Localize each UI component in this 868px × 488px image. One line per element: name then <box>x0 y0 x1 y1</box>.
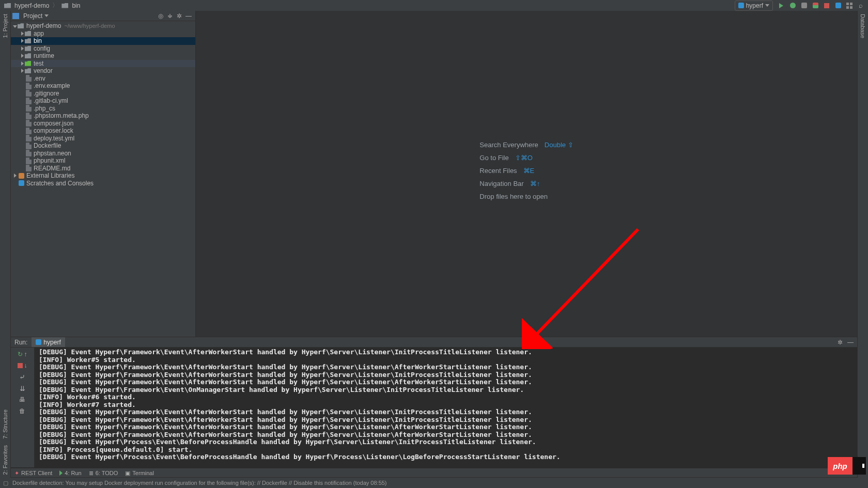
file-icon <box>25 135 33 141</box>
tree-file[interactable]: Dockerfile <box>10 142 195 150</box>
tree-folder-config[interactable]: config <box>10 45 195 53</box>
run-panel-hide-button[interactable]: — <box>845 338 856 347</box>
tree-item-label: .php_cs <box>34 105 55 112</box>
toggle-soft-wrap-button[interactable]: ⤶ <box>12 372 32 382</box>
tool-button-terminal[interactable]: ▣Terminal <box>125 470 154 477</box>
stop-process-button[interactable]: ↓ <box>12 361 32 370</box>
project-view-title[interactable]: Project <box>23 12 42 20</box>
tree-file[interactable]: phpunit.xml <box>10 157 195 165</box>
tree-item-label: .gitignore <box>34 90 59 97</box>
file-icon <box>25 150 33 156</box>
editor-area[interactable]: Search Everywhere Double ⇧ Go to File ⇧⌘… <box>196 11 858 337</box>
file-icon <box>25 128 33 134</box>
chevron-right-icon: 〉 <box>52 1 58 10</box>
file-icon <box>25 90 33 97</box>
folder-icon <box>25 68 33 73</box>
tree-folder-vendor[interactable]: vendor <box>10 67 195 75</box>
tree-root[interactable]: hyperf-demo~/www/hyperf-demo <box>10 22 195 30</box>
expand-all-button[interactable]: ≑ <box>165 11 175 21</box>
locate-file-button[interactable]: ◎ <box>156 11 165 21</box>
tool-tab-database[interactable]: Database <box>859 11 867 41</box>
project-panel-header: Project ◎ ≑ ✲ — <box>10 11 195 21</box>
tree-file[interactable]: .php_cs <box>10 105 195 113</box>
tool-button-run[interactable]: 4: Run <box>59 470 81 476</box>
folder-icon <box>25 53 33 58</box>
clear-all-button[interactable]: 🗑 <box>12 406 32 416</box>
bug-icon <box>790 3 796 8</box>
project-tree[interactable]: hyperf-demo~/www/hyperf-demoappbinconfig… <box>10 21 195 337</box>
play-icon <box>59 470 63 476</box>
tree-file[interactable]: phpstan.neon <box>10 150 195 158</box>
tool-button-todo[interactable]: ≣6: TODO <box>89 470 118 477</box>
tree-file[interactable]: deploy.test.yml <box>10 135 195 143</box>
run-panel-settings-button[interactable]: ✲ <box>835 338 845 347</box>
breadcrumb-item[interactable]: bin <box>72 2 80 9</box>
hint-recent-label: Recent Files <box>479 166 517 174</box>
tool-tab-favorites[interactable]: 2: Favorites <box>1 442 9 478</box>
tool-button-rest-client[interactable]: ✦REST Client <box>14 470 52 477</box>
chevron-down-icon[interactable] <box>44 14 49 17</box>
tree-file[interactable]: .gitlab-ci.yml <box>10 97 195 105</box>
search-everywhere-button[interactable]: ⌕ <box>856 1 866 10</box>
run-configuration-name: hyperf <box>746 2 763 9</box>
status-message[interactable]: Dockerfile detection: You may setup Dock… <box>12 480 387 486</box>
tree-item-label: runtime <box>34 52 54 59</box>
tree-item-label: hyperf-demo <box>26 22 61 29</box>
tree-scratches[interactable]: Scratches and Consoles <box>10 180 195 187</box>
coverage-icon <box>801 3 807 8</box>
tree-file[interactable]: .env <box>10 75 195 83</box>
file-icon <box>25 98 33 104</box>
debug-button[interactable] <box>787 1 798 10</box>
breadcrumb[interactable]: hyperf-demo 〉 bin <box>2 1 80 10</box>
tree-external-libraries[interactable]: External Libraries <box>10 172 195 180</box>
tree-folder-runtime[interactable]: runtime <box>10 52 195 60</box>
tree-file[interactable]: composer.json <box>10 120 195 128</box>
coverage-button[interactable] <box>799 1 809 10</box>
profile-button[interactable] <box>810 1 820 10</box>
tree-item-label: External Libraries <box>26 172 74 179</box>
breadcrumb-root[interactable]: hyperf-demo <box>14 2 49 9</box>
tree-item-label: Dockerfile <box>34 142 61 149</box>
stop-icon <box>18 363 23 368</box>
tree-file[interactable]: README.md <box>10 165 195 172</box>
vcs-icon <box>835 3 841 8</box>
run-tab-name: hyperf <box>43 339 60 346</box>
print-button[interactable]: 🖶 <box>12 395 32 404</box>
tool-windows-toggle-icon[interactable]: ▢ <box>3 480 8 486</box>
project-root-icon <box>18 23 25 28</box>
tool-tab-structure[interactable]: 7: Structure <box>1 406 9 442</box>
tree-item-label: README.md <box>34 165 70 172</box>
hide-panel-button[interactable]: — <box>184 11 193 21</box>
tool-tab-project[interactable]: 1: Project <box>1 11 9 41</box>
run-console-output[interactable]: [DEBUG] Event Hyperf\Framework\Event\Aft… <box>35 348 858 467</box>
run-button[interactable] <box>776 1 786 10</box>
play-icon <box>779 3 783 8</box>
tree-file[interactable]: .phpstorm.meta.php <box>10 112 195 120</box>
scratches-icon <box>18 180 25 186</box>
chevron-down-icon <box>765 4 769 7</box>
chevron-right-icon <box>20 67 25 74</box>
hint-nav-shortcut: ⌘↑ <box>530 179 540 187</box>
hint-goto-label: Go to File <box>479 153 508 161</box>
vcs-update-button[interactable] <box>833 1 843 10</box>
run-tab-active[interactable]: hyperf <box>32 337 65 347</box>
ide-settings-button[interactable] <box>844 1 855 10</box>
tree-folder-app[interactable]: app <box>10 30 195 38</box>
folder-icon <box>61 3 68 8</box>
libraries-icon <box>18 173 25 179</box>
tree-folder-test[interactable]: test <box>10 60 195 68</box>
scroll-to-end-button[interactable]: ⇊ <box>12 384 32 393</box>
run-configuration-selector[interactable]: hyperf <box>735 1 773 11</box>
tree-file[interactable]: .gitignore <box>10 90 195 98</box>
tree-file[interactable]: .env.example <box>10 82 195 90</box>
tree-item-label: .env.example <box>34 82 70 89</box>
tree-item-label: .gitlab-ci.yml <box>34 97 68 104</box>
left-tool-stripe: 1: Project 7: Structure 2: Favorites <box>0 11 11 478</box>
tree-file[interactable]: composer.lock <box>10 127 195 135</box>
tree-folder-bin[interactable]: bin <box>10 37 195 45</box>
rerun-button[interactable]: ↻↑ <box>12 350 32 359</box>
stop-button[interactable] <box>822 1 832 10</box>
panel-settings-button[interactable]: ✲ <box>175 11 184 21</box>
top-nav-bar: hyperf-demo 〉 bin hyperf ⌕ <box>0 0 868 11</box>
file-icon <box>25 143 33 149</box>
